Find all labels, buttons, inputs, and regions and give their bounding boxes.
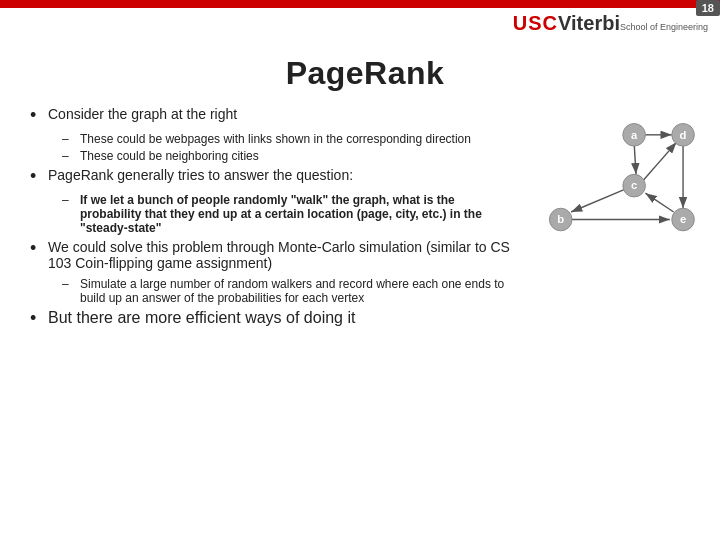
bullet-3: • We could solve this problem through Mo… — [30, 239, 510, 271]
node-d-label: d — [680, 129, 687, 141]
slide-title: PageRank — [30, 55, 700, 92]
edge-c-d — [644, 142, 677, 180]
edge-a-c — [634, 142, 636, 174]
school-text: School of Engineering — [620, 22, 708, 32]
sub-bullet-1-1: – These could be webpages with links sho… — [62, 132, 510, 146]
sub-bullet-2-1: – If we let a bunch of people randomly "… — [62, 193, 510, 235]
bullet-4: • But there are more efficient ways of d… — [30, 309, 510, 329]
dash-1-1: – — [62, 132, 76, 146]
bullet-1-text: Consider the graph at the right — [48, 106, 237, 122]
edge-c-b — [571, 189, 625, 212]
sub-bullet-3-1: – Simulate a large number of random walk… — [62, 277, 510, 305]
bullet-dot-2: • — [30, 166, 48, 187]
bullet-dot-1: • — [30, 105, 48, 126]
sub-bullet-2-1-text: If we let a bunch of people randomly "wa… — [80, 193, 510, 235]
top-bar — [0, 0, 720, 8]
dash-2-1: – — [62, 193, 76, 207]
graph-area: a d c b e — [540, 110, 700, 250]
usc-header: USC Viterbi School of Engineering — [501, 8, 720, 39]
graph-svg: a d c b e — [540, 110, 700, 250]
dash-1-2: – — [62, 149, 76, 163]
usc-logo: USC Viterbi School of Engineering — [513, 12, 708, 35]
sub-bullet-1-2: – These could be neighboring cities — [62, 149, 510, 163]
bullet-2-text: PageRank generally tries to answer the q… — [48, 167, 353, 183]
bullet-dot-4: • — [30, 308, 48, 329]
node-b-label: b — [557, 213, 564, 225]
dash-3-1: – — [62, 277, 76, 291]
bullet-4-text: But there are more efficient ways of doi… — [48, 309, 355, 327]
bullet-3-text: We could solve this problem through Mont… — [48, 239, 510, 271]
sub-bullet-1-1-text: These could be webpages with links shown… — [80, 132, 471, 146]
left-content: • Consider the graph at the right – Thes… — [30, 106, 510, 329]
viterbi-text: Viterbi — [558, 12, 620, 35]
usc-text: USC — [513, 12, 558, 35]
bullet-2: • PageRank generally tries to answer the… — [30, 167, 510, 187]
node-c-label: c — [631, 179, 637, 191]
bullet-1: • Consider the graph at the right — [30, 106, 510, 126]
sub-bullet-1-2-text: These could be neighboring cities — [80, 149, 259, 163]
bullet-dot-3: • — [30, 238, 48, 259]
sub-bullet-3-1-text: Simulate a large number of random walker… — [80, 277, 510, 305]
node-e-label: e — [680, 213, 686, 225]
node-a-label: a — [631, 129, 638, 141]
edge-e-c — [645, 193, 673, 212]
